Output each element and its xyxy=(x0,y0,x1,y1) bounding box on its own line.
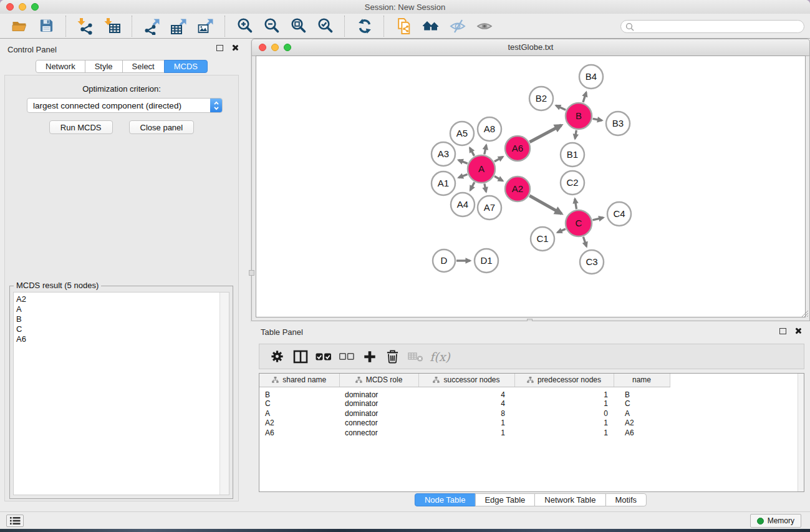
cell-mcds-role[interactable]: connector xyxy=(339,428,418,438)
resize-grip-icon[interactable] xyxy=(801,309,809,320)
graph-edge-A-A8[interactable] xyxy=(485,145,486,155)
tab-edge-table[interactable]: Edge Table xyxy=(475,493,535,506)
graph-node-A4[interactable]: A4 xyxy=(451,193,475,216)
show-column-button[interactable] xyxy=(289,347,312,367)
open-session-button[interactable] xyxy=(6,16,33,37)
cell-name[interactable]: A xyxy=(614,409,670,418)
cell-predecessor-nodes[interactable]: 0 xyxy=(514,409,614,418)
cell-successor-nodes[interactable]: 4 xyxy=(418,387,514,399)
graph-edge-C-C4[interactable] xyxy=(592,218,603,220)
cell-mcds-role[interactable]: connector xyxy=(339,418,418,428)
import-table-button[interactable] xyxy=(99,16,126,37)
table-scrollbar[interactable] xyxy=(798,374,804,491)
cell-successor-nodes[interactable]: 1 xyxy=(418,418,514,428)
export-image-button[interactable] xyxy=(192,16,219,37)
table-row[interactable]: A2connector11A2 xyxy=(259,418,804,428)
graph-node-A7[interactable]: A7 xyxy=(478,196,501,220)
cell-shared-name[interactable]: C xyxy=(259,399,339,409)
cell-shared-name[interactable]: B xyxy=(259,387,339,399)
tab-style[interactable]: Style xyxy=(85,60,123,73)
create-column-button[interactable] xyxy=(358,347,381,367)
graph-node-A[interactable]: A xyxy=(468,155,495,183)
graph-node-A5[interactable]: A5 xyxy=(450,122,474,145)
tab-select[interactable]: Select xyxy=(122,60,165,73)
graph-node-D1[interactable]: D1 xyxy=(475,249,498,273)
export-network-button[interactable] xyxy=(138,16,165,37)
graph-node-B4[interactable]: B4 xyxy=(579,65,603,89)
cell-predecessor-nodes[interactable]: 1 xyxy=(514,418,614,428)
home-button[interactable] xyxy=(417,16,444,37)
close-table-panel-button[interactable] xyxy=(794,327,801,334)
zoom-fit-button[interactable] xyxy=(285,16,312,37)
copy-network-button[interactable] xyxy=(390,16,417,37)
graph-edge-B-B3[interactable] xyxy=(593,118,602,120)
tab-motifs[interactable]: Motifs xyxy=(605,493,647,506)
cell-name[interactable]: B xyxy=(614,387,670,399)
save-session-button[interactable] xyxy=(33,16,60,37)
criterion-select[interactable]: largest connected component (directed) xyxy=(27,98,223,113)
close-panel-button[interactable] xyxy=(231,44,238,51)
graph-node-B1[interactable]: B1 xyxy=(561,143,584,167)
show-panels-button[interactable] xyxy=(471,16,498,37)
cell-shared-name[interactable]: A xyxy=(259,409,339,418)
import-network-button[interactable] xyxy=(72,16,99,37)
network-window-titlebar[interactable]: testGlobe.txt xyxy=(252,39,809,56)
column-header-name[interactable]: name xyxy=(614,374,670,387)
graph-edge-A-A1[interactable] xyxy=(459,175,468,178)
delete-table-button[interactable] xyxy=(404,347,427,367)
graph-node-C4[interactable]: C4 xyxy=(607,202,631,226)
task-history-button[interactable] xyxy=(6,515,24,527)
tab-network-table[interactable]: Network Table xyxy=(534,493,605,506)
float-table-panel-button[interactable] xyxy=(779,328,786,334)
graph-edge-A-A3[interactable] xyxy=(458,160,467,164)
table-settings-button[interactable] xyxy=(266,347,289,367)
graph-edge-C-C3[interactable] xyxy=(583,237,586,246)
graph-node-A8[interactable]: A8 xyxy=(478,117,501,141)
cell-successor-nodes[interactable]: 4 xyxy=(418,399,514,409)
graph-edge-A-A7[interactable] xyxy=(485,184,486,192)
cell-name[interactable]: C xyxy=(614,399,670,409)
select-all-button[interactable] xyxy=(312,347,335,367)
list-item[interactable]: A xyxy=(14,304,229,314)
graph-edge-A-A6[interactable] xyxy=(494,157,503,162)
cell-name[interactable]: A6 xyxy=(614,428,670,438)
cell-successor-nodes[interactable]: 1 xyxy=(418,428,514,438)
cell-predecessor-nodes[interactable]: 1 xyxy=(514,399,614,409)
column-header-successor-nodes[interactable]: successor nodes xyxy=(418,374,514,387)
graph-edge-A-A4[interactable] xyxy=(470,182,475,190)
delete-column-button[interactable] xyxy=(381,347,404,367)
zoom-out-button[interactable] xyxy=(258,16,285,37)
cell-name[interactable]: A2 xyxy=(614,418,670,428)
cell-predecessor-nodes[interactable]: 1 xyxy=(514,428,614,438)
run-mcds-button[interactable]: Run MCDS xyxy=(49,120,113,134)
table-row[interactable]: A6connector11A6 xyxy=(259,428,804,438)
graph-node-C2[interactable]: C2 xyxy=(561,171,584,195)
export-table-button[interactable] xyxy=(165,16,192,37)
tab-mcds[interactable]: MCDS xyxy=(164,60,208,73)
tab-node-table[interactable]: Node Table xyxy=(415,493,476,506)
table-row[interactable]: Adominator80A xyxy=(259,409,804,418)
graph-node-C3[interactable]: C3 xyxy=(580,250,604,274)
graph-edge-B-B1[interactable] xyxy=(575,130,576,139)
network-graph[interactable]: B4B2BB3A8A5A6A3B1AA1C2A2A4A7C4CC1C3DD1 xyxy=(256,56,806,318)
function-builder-button[interactable]: f(x) xyxy=(427,347,450,367)
graph-edge-B-B4[interactable] xyxy=(583,92,586,102)
close-panel-button-2[interactable]: Close panel xyxy=(129,120,195,134)
graph-node-A1[interactable]: A1 xyxy=(432,172,455,195)
search-input[interactable] xyxy=(637,21,804,32)
cell-successor-nodes[interactable]: 8 xyxy=(418,409,514,418)
graph-edge-A6-B[interactable] xyxy=(529,125,561,142)
graph-edge-B-B2[interactable] xyxy=(556,105,566,110)
vertical-divider-handle[interactable] xyxy=(249,270,254,276)
zoom-in-button[interactable] xyxy=(231,16,258,37)
cell-shared-name[interactable]: A2 xyxy=(259,418,339,428)
cell-mcds-role[interactable]: dominator xyxy=(339,409,418,418)
tab-network[interactable]: Network xyxy=(36,60,85,73)
list-scrollbar[interactable] xyxy=(219,293,229,495)
float-panel-button[interactable] xyxy=(216,45,223,51)
graph-node-B[interactable]: B xyxy=(566,103,592,129)
cell-mcds-role[interactable]: dominator xyxy=(339,387,418,399)
cell-predecessor-nodes[interactable]: 1 xyxy=(514,387,614,399)
list-item[interactable]: A2 xyxy=(14,294,229,304)
graph-node-B2[interactable]: B2 xyxy=(529,87,553,110)
